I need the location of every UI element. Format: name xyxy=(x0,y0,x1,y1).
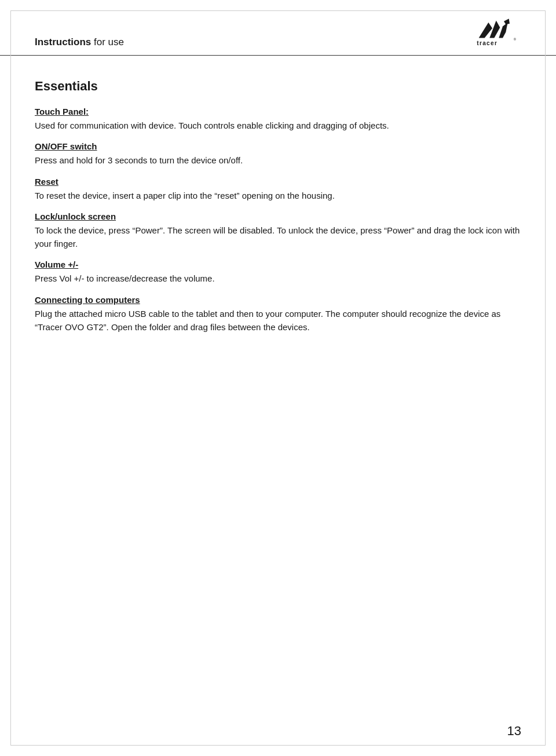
tracer-logo-icon: tracer ® xyxy=(475,16,521,48)
subsection-body-reset: To reset the device, insert a paper clip… xyxy=(35,189,521,202)
header-title-regular: for use xyxy=(91,36,124,48)
subsection-body-volume: Press Vol +/- to increase/decrease the v… xyxy=(35,272,521,285)
subsection-reset: Reset To reset the device, insert a pape… xyxy=(35,177,521,202)
subsection-title-touch-panel: Touch Panel: xyxy=(35,107,521,116)
page-number: 13 xyxy=(507,724,521,739)
subsection-onoff: ON/OFF switch Press and hold for 3 secon… xyxy=(35,141,521,167)
header-title: Instructions for use xyxy=(35,36,124,48)
subsection-title-connecting: Connecting to computers xyxy=(35,295,521,305)
section-title: Essentials xyxy=(35,79,521,94)
subsection-lock: Lock/unlock screen To lock the device, p… xyxy=(35,211,521,251)
subsection-connecting: Connecting to computers Plug the attache… xyxy=(35,295,521,334)
main-content: Essentials Touch Panel: Used for communi… xyxy=(0,56,556,366)
header-title-bold: Instructions xyxy=(35,36,91,48)
subsection-title-onoff: ON/OFF switch xyxy=(35,141,521,151)
subsection-touch-panel: Touch Panel: Used for communication with… xyxy=(35,107,521,132)
subsection-title-lock: Lock/unlock screen xyxy=(35,211,521,221)
subsection-body-connecting: Plug the attached micro USB cable to the… xyxy=(35,307,521,334)
subsection-body-lock: To lock the device, press “Power”. The s… xyxy=(35,224,521,251)
subsection-body-onoff: Press and hold for 3 seconds to turn the… xyxy=(35,154,521,167)
header: Instructions for use tracer ® xyxy=(0,0,556,56)
subsection-title-volume: Volume +/- xyxy=(35,260,521,269)
subsection-body-touch-panel: Used for communication with device. Touc… xyxy=(35,119,521,132)
subsection-volume: Volume +/- Press Vol +/- to increase/dec… xyxy=(35,260,521,285)
svg-text:tracer: tracer xyxy=(477,40,498,46)
logo-container: tracer ® xyxy=(475,16,521,48)
svg-text:®: ® xyxy=(514,38,517,41)
subsection-title-reset: Reset xyxy=(35,177,521,187)
